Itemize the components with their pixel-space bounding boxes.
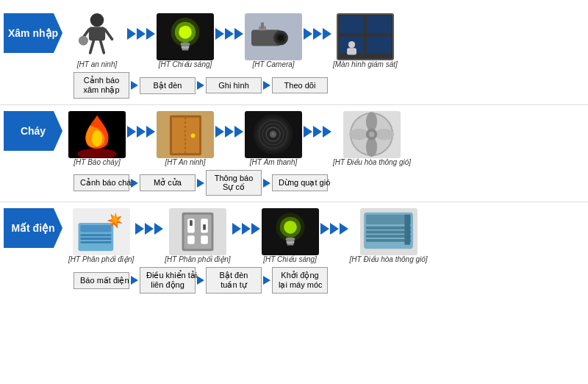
svg-point-41 — [366, 137, 377, 157]
node-dieu-hoa: [HT Điều hòa thông gió] — [333, 111, 411, 168]
svg-line-5 — [101, 40, 104, 53]
img-burglar — [68, 13, 126, 60]
action-arrow — [197, 276, 204, 285]
actions-mat-dien: Báo mất điện Điều khiển tảiliên động Bật… — [74, 267, 584, 294]
svg-rect-71 — [366, 239, 411, 242]
node-am-thanh: [HT Âm thanh] — [245, 111, 302, 168]
action-arrow — [197, 81, 204, 90]
node-label-chieu-sang2: [HT Chiếu sáng] — [263, 255, 317, 263]
arrow-head — [304, 126, 312, 138]
svg-point-62 — [284, 221, 297, 234]
arrow-head — [135, 223, 144, 235]
svg-rect-59 — [203, 224, 206, 230]
arrow-head — [154, 223, 163, 235]
label-xam-nhap: Xâm nhập — [4, 13, 62, 53]
svg-point-17 — [278, 35, 284, 40]
fan-svg — [349, 112, 395, 157]
action-dieu-khien: Điều khiển tảiliên động — [140, 267, 196, 294]
arrow-head — [137, 28, 146, 40]
actions-chay: Cảnh báo cháy Mở cửa Thông báoSự cố Dừng… — [74, 170, 584, 196]
speaker-svg — [251, 112, 296, 157]
svg-rect-49 — [80, 241, 111, 243]
arrow-head — [232, 223, 241, 235]
nodes-chay: [HT Báo cháy] — [68, 111, 584, 168]
arrow-1-2-top — [127, 13, 155, 40]
bulb-svg — [164, 14, 207, 60]
svg-rect-65 — [287, 243, 293, 246]
arrow-head — [146, 28, 155, 40]
svg-rect-64 — [286, 241, 294, 243]
arrow-head — [304, 28, 312, 40]
arrow-head — [127, 28, 136, 40]
node-label-dieu-hoa2: [HT Điều hòa thông gió] — [350, 255, 428, 263]
svg-point-0 — [90, 13, 104, 27]
action-bao-mat-dien: Báo mất điện — [74, 272, 129, 289]
svg-rect-47 — [80, 234, 111, 236]
action-arrow — [131, 276, 138, 285]
node-phan-phoi1: [HT Phân phối điện] — [68, 208, 134, 266]
nodes-xam-nhap: [HT an ninh] — [68, 13, 584, 71]
svg-rect-48 — [80, 238, 111, 240]
node-an-ninh2: [HT An ninh] — [157, 111, 214, 168]
action-khoi-dong: Khởi độnglại máy móc — [272, 267, 328, 294]
svg-rect-25 — [347, 48, 356, 54]
node-bao-chay: [HT Báo cháy] — [68, 111, 126, 168]
svg-rect-23 — [367, 37, 391, 54]
node-label-camera: [HT Camera] — [252, 60, 294, 68]
svg-rect-19 — [261, 22, 264, 28]
arrow-mat-dien-2-3 — [232, 208, 260, 235]
node-label-an-ninh: [HT an ninh] — [77, 60, 117, 68]
svg-rect-21 — [367, 16, 391, 33]
diagram: Xâm nhập — [0, 0, 588, 384]
node-label-bao-chay: [HT Báo cháy] — [74, 158, 120, 166]
action-arrow — [197, 179, 204, 188]
node-label-dieu-hoa: [HT Điều hòa thông gió] — [333, 158, 411, 166]
node-man-hinh: [Màn hình giám sát] — [333, 13, 398, 71]
nodes-mat-dien: [HT Phân phối điện] — [68, 208, 584, 266]
svg-rect-46 — [80, 225, 111, 232]
arrow-head — [323, 28, 331, 40]
action-arrow — [263, 179, 270, 188]
action-canh-bao-xam-nhap: Cảnh báoxâm nhập — [74, 72, 129, 99]
node-label-man-hinh: [Màn hình giám sát] — [333, 60, 398, 68]
action-bat-den: Bật đèn — [140, 77, 196, 94]
svg-rect-12 — [182, 46, 190, 49]
node-chieu-sang: [HT Chiếu sáng] — [157, 13, 214, 71]
arrow-head — [330, 223, 339, 235]
img-monitor — [337, 13, 394, 60]
img-camera — [245, 13, 302, 60]
action-ghi-hinh: Ghi hình — [206, 77, 262, 93]
img-electric — [73, 208, 130, 255]
img-bulb — [157, 13, 214, 60]
burglar-svg — [75, 13, 119, 61]
action-arrow — [263, 81, 270, 90]
actions-xam-nhap: Cảnh báoxâm nhập Bật đèn Ghi hình Theo d… — [74, 72, 584, 99]
svg-rect-20 — [340, 16, 364, 33]
arrow-head — [137, 126, 146, 138]
arrow-head — [320, 223, 329, 235]
action-dung-quat: Dừng quạt gió — [272, 174, 328, 191]
svg-rect-63 — [285, 238, 294, 241]
label-mat-dien: Mất điện — [4, 208, 62, 248]
img-door — [157, 111, 214, 158]
fire-svg — [76, 112, 118, 157]
img-cooler — [360, 208, 417, 255]
action-canh-bao-chay: Cảnh báo cháy — [74, 174, 129, 191]
svg-point-10 — [179, 26, 192, 39]
breaker-svg — [175, 209, 220, 255]
svg-rect-1 — [89, 26, 105, 40]
arrow-3-4-top — [304, 13, 331, 40]
arrow-head — [323, 126, 331, 138]
action-theo-doi: Theo dõi — [272, 77, 328, 93]
node-label-chieu-sang: [HT Chiếu sáng] — [159, 60, 212, 68]
arrow-head — [146, 126, 155, 138]
arrow-head — [127, 126, 136, 138]
arrow-head — [234, 126, 243, 138]
arrow-mat-dien-3-4 — [320, 208, 348, 235]
arrow-chay-3-4 — [304, 111, 331, 138]
bulb2-svg — [269, 209, 312, 255]
node-dieu-hoa2: [HT Điều hòa thông gió] — [350, 208, 428, 266]
label-chay: Cháy — [4, 111, 62, 151]
svg-point-40 — [374, 129, 394, 140]
arrow-mat-dien-1-2 — [135, 208, 163, 235]
